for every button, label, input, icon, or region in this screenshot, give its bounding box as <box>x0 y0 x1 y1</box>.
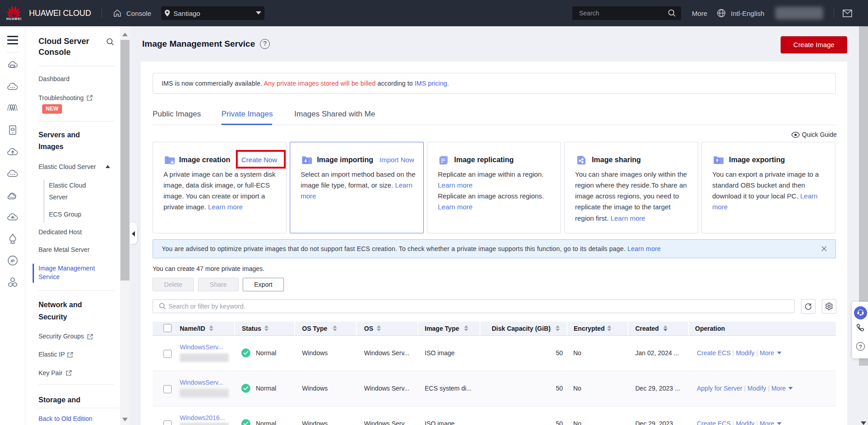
svg-text:IP: IP <box>11 259 15 263</box>
